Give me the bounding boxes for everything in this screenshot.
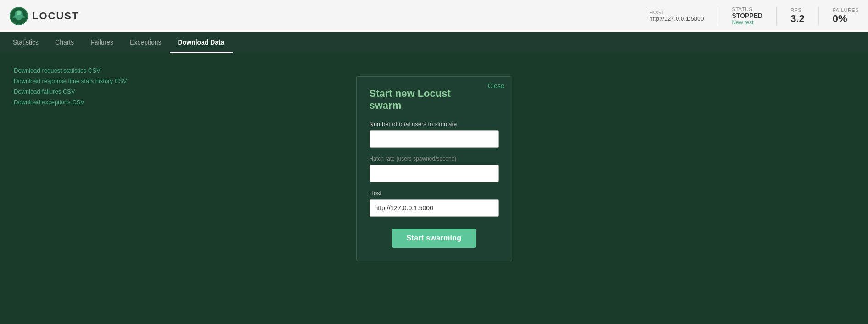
dl-failures-link[interactable]: Download failures CSV <box>14 88 127 95</box>
nav-item-exceptions[interactable]: Exceptions <box>122 32 169 53</box>
status-label: STATUS <box>732 6 763 12</box>
nav-item-charts[interactable]: Charts <box>47 32 82 53</box>
divider <box>776 7 777 25</box>
divider <box>718 7 718 25</box>
logo-area: LOCUST <box>9 6 79 26</box>
failures-stat: FAILURES 0% <box>833 7 859 25</box>
host-label: HOST <box>649 10 704 15</box>
swarm-modal: Close Start new Locust swarm Number of t… <box>356 76 512 261</box>
new-test-link[interactable]: New test <box>732 19 763 26</box>
status-stat: STATUS STOPPED New test <box>732 6 763 26</box>
divider <box>818 7 819 25</box>
host-stat: HOST http://127.0.0.1:5000 <box>649 10 704 22</box>
host-label: Host <box>370 190 499 196</box>
start-swarming-button[interactable]: Start swarming <box>392 229 476 248</box>
failures-value: 0% <box>833 13 859 25</box>
main-nav: Statistics Charts Failures Exceptions Do… <box>0 32 868 53</box>
host-value: http://127.0.0.1:5000 <box>649 15 704 22</box>
hatch-label-main: Hatch rate <box>370 156 395 162</box>
nav-item-failures[interactable]: Failures <box>82 32 122 53</box>
modal-overlay: Close Start new Locust swarm Number of t… <box>14 67 854 261</box>
sidebar-links: Download request statistics CSV Download… <box>14 67 127 109</box>
dl-request-stats-link[interactable]: Download request statistics CSV <box>14 67 127 74</box>
host-input[interactable] <box>370 199 499 217</box>
users-label: Number of total users to simulate <box>370 121 499 128</box>
rps-stat: RPS 3.2 <box>790 7 805 25</box>
users-input[interactable] <box>370 130 499 148</box>
app-title: LOCUST <box>32 10 79 22</box>
app-header: LOCUST HOST http://127.0.0.1:5000 STATUS… <box>0 0 868 32</box>
nav-item-statistics[interactable]: Statistics <box>5 32 47 53</box>
svg-point-3 <box>17 11 21 15</box>
hatch-input[interactable] <box>370 165 499 182</box>
header-stats: HOST http://127.0.0.1:5000 STATUS STOPPE… <box>649 6 859 26</box>
rps-label: RPS <box>790 7 805 13</box>
failures-label: FAILURES <box>833 7 859 13</box>
nav-item-download-data[interactable]: Download Data <box>170 32 233 53</box>
rps-value: 3.2 <box>790 13 805 25</box>
modal-close-button[interactable]: Close <box>488 82 504 89</box>
modal-title: Start new Locust swarm <box>370 88 499 112</box>
dl-response-time-link[interactable]: Download response time stats history CSV <box>14 78 127 84</box>
status-value: STOPPED <box>732 12 763 19</box>
hatch-label-sub: (users spawned/second) <box>396 156 456 162</box>
hatch-label: Hatch rate (users spawned/second) <box>370 155 499 162</box>
dl-exceptions-link[interactable]: Download exceptions CSV <box>14 99 127 106</box>
main-content: Download request statistics CSV Download… <box>0 53 868 324</box>
logo-icon <box>9 6 28 26</box>
